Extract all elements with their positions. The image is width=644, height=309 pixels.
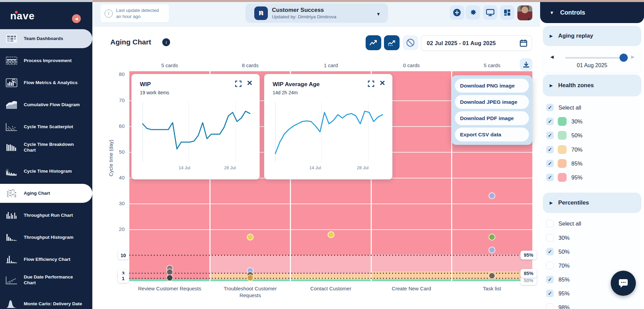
sidebar-item-flow-metrics-analytics[interactable]: Flow Metrics & Analytics [0, 73, 92, 92]
chart-icon [4, 99, 19, 111]
health-zones-section[interactable]: ▶ Health zones [543, 75, 641, 96]
health-select-all-checkbox[interactable] [546, 104, 554, 111]
health-zone-band [291, 255, 371, 273]
clear-filter-button[interactable] [403, 35, 418, 50]
option-label: 95% [558, 290, 570, 297]
sidebar-item-team-dashboards[interactable]: Team Dashboards [0, 29, 92, 48]
slider-next-arrow[interactable]: ▶ [631, 54, 634, 59]
column-label: Create New Card [374, 285, 448, 292]
sidebar-item-monte-carlo-delivery-date[interactable]: Monte Carlo: Delivery Date [0, 294, 92, 309]
info-icon: i [105, 9, 113, 18]
checkbox[interactable] [546, 234, 554, 242]
sidebar-item-process-improvement[interactable]: Process Improvement [0, 51, 92, 70]
option-label: 50% [571, 132, 583, 139]
download-button[interactable] [520, 58, 532, 71]
controls-header[interactable]: ▼ Controls [540, 2, 644, 23]
sidebar-item-label: Cycle Time Breakdown Chart [24, 142, 85, 153]
aging-replay-slider-panel: ◀ ▶ 01 Aug 2025 [543, 47, 641, 73]
checkbox[interactable] [546, 160, 554, 167]
percentile-option-95%: 95% [546, 288, 570, 298]
y-axis-tick: 30 [107, 200, 125, 206]
option-label: 30% [558, 235, 570, 241]
percentiles-section[interactable]: ▶ Percentiles [543, 193, 641, 213]
sidebar-item-throughput-histogram[interactable]: Throughput Histogram [0, 228, 92, 247]
column-card-count: 0 cards [371, 62, 452, 68]
health-zone-band [371, 279, 452, 281]
zone-color-chip [558, 159, 567, 168]
chevron-right-icon: ▶ [550, 200, 553, 205]
sidebar-item-cumulative-flow-diagram[interactable]: Cumulative Flow Diagram [0, 95, 92, 114]
close-icon[interactable]: ✕ [379, 79, 385, 87]
sidebar-item-flow-efficiency-chart[interactable]: Flow Efficiency Chart [0, 250, 92, 269]
value-gridline [129, 204, 532, 204]
chart-icon [4, 298, 19, 309]
sidebar-item-label: Process Improvement [24, 58, 85, 64]
sidebar-item-throughput-run-chart[interactable]: Throughput Run Chart [0, 206, 92, 225]
checkbox[interactable] [546, 248, 554, 255]
expand-icon[interactable] [368, 80, 374, 89]
settings-button[interactable] [466, 5, 480, 20]
option-label: 85% [558, 276, 570, 283]
health-zones-label: Health zones [558, 82, 594, 89]
checkbox[interactable] [546, 146, 554, 153]
replay-slider-track[interactable] [565, 57, 628, 59]
slider-prev-arrow[interactable]: ◀ [550, 54, 554, 59]
display-button[interactable] [483, 5, 497, 20]
column-label: Review Customer Requests [133, 285, 206, 292]
option-label: 70% [558, 263, 570, 269]
percentile-option-50%: 50% [546, 247, 570, 257]
sidebar-item-cycle-time-histogram[interactable]: Cycle Time Histogram [0, 162, 92, 181]
checkbox[interactable] [546, 276, 554, 283]
checkbox[interactable] [546, 118, 554, 125]
dashboards-button[interactable] [500, 5, 514, 20]
zone-color-chip [558, 117, 567, 126]
calendar-icon [519, 39, 528, 47]
checkbox[interactable] [546, 304, 554, 309]
sidebar-item-label: Flow Efficiency Chart [24, 257, 85, 263]
checkbox[interactable] [546, 174, 554, 181]
sidebar-item-cycle-time-scatterplot[interactable]: Cycle Time Scatterplot [0, 117, 92, 136]
chart-icon [4, 121, 19, 133]
wip-overlay-card: WIP 19 work items ✕ 14 Jul 28 Jul [131, 74, 260, 179]
y-axis-tick: 50 [107, 149, 125, 155]
work-item-dot[interactable] [328, 231, 334, 238]
chart-info-icon[interactable]: i [162, 38, 170, 46]
checkbox[interactable] [546, 290, 554, 297]
aging-replay-section[interactable]: ▶ Aging replay [543, 26, 641, 46]
option-label: 50% [558, 249, 570, 255]
download-jpeg-button[interactable]: Download JPEG image [455, 95, 529, 109]
expand-icon[interactable] [235, 80, 242, 89]
checkbox[interactable] [546, 262, 554, 269]
sidebar-item-due-date-performance-chart[interactable]: Due Date Performance Chart [0, 271, 92, 290]
chat-bubble-icon [618, 278, 629, 289]
zone-color-chip [558, 173, 567, 182]
chat-widget-button[interactable] [611, 271, 636, 296]
health-zone-band [291, 273, 371, 277]
dotted-trend-toggle-button[interactable] [384, 35, 400, 50]
percentiles-select-all-checkbox[interactable] [546, 220, 554, 227]
sidebar-item-cycle-time-breakdown-chart[interactable]: Cycle Time Breakdown Chart [0, 138, 92, 157]
line-chart-toggle-button[interactable] [366, 35, 381, 50]
sidebar-item-aging-chart[interactable]: Aging Chart [0, 184, 92, 203]
column-label: Task list [455, 285, 529, 292]
column-card-count: 1 card [291, 62, 371, 68]
date-range-picker[interactable]: 02 Jul 2025 - 01 Aug 2025 [421, 35, 532, 51]
sidebar-collapse-button[interactable]: ◀ [72, 14, 81, 23]
download-icon [522, 61, 530, 69]
wip-avg-xtick: 28 Jul [357, 165, 369, 170]
sidebar-item-label: Cycle Time Histogram [24, 169, 85, 174]
checkbox[interactable] [546, 132, 554, 139]
export-csv-button[interactable]: Export CSV data [455, 128, 529, 141]
ban-icon [406, 38, 415, 47]
replay-slider-handle[interactable] [620, 54, 628, 62]
close-icon[interactable]: ✕ [246, 79, 253, 87]
wip-card-title: WIP [140, 81, 151, 88]
health-select-all-label: Select all [558, 104, 581, 111]
work-item-dot[interactable] [166, 274, 173, 281]
last-update-chip: i Last update detected an hour ago [100, 4, 169, 22]
board-selector[interactable]: n Customer Success Updated by: Dimitriya… [245, 3, 388, 23]
y-axis-tick: 60 [107, 123, 125, 129]
download-png-button[interactable]: Download PNG image [455, 79, 529, 93]
add-button[interactable] [450, 5, 464, 20]
download-pdf-button[interactable]: Download PDF image [455, 111, 529, 125]
